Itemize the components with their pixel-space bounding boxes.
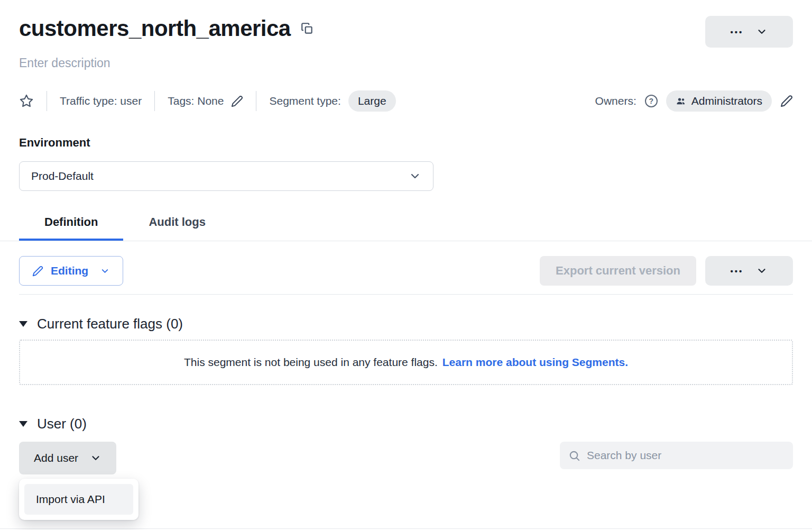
definition-more-button[interactable]: •••	[705, 256, 793, 286]
user-section-toggle[interactable]: User (0)	[19, 416, 793, 432]
segment-type-badge: Large	[348, 90, 396, 112]
page-header: customers_north_america •••	[19, 16, 793, 48]
user-controls: Add user Import via API	[19, 442, 793, 474]
add-user-wrap: Add user Import via API	[19, 442, 116, 474]
divider	[256, 91, 256, 111]
header-more-button[interactable]: •••	[705, 16, 793, 48]
copy-icon[interactable]	[300, 22, 314, 35]
chevron-down-icon	[409, 170, 421, 182]
edit-owners-pencil-icon[interactable]	[780, 95, 793, 107]
traffic-type: Traffic type: user	[60, 95, 142, 107]
segment-type: Segment type: Large	[269, 90, 395, 112]
title-group: customers_north_america	[19, 16, 314, 41]
tags-label: Tags: None	[168, 95, 224, 107]
editing-mode-button[interactable]: Editing	[19, 256, 123, 286]
environment-selected-value: Prod-Default	[31, 170, 94, 182]
search-icon	[568, 450, 580, 462]
segment-type-label: Segment type:	[269, 95, 340, 107]
menu-item-import-via-api[interactable]: Import via API	[24, 484, 133, 515]
editing-label: Editing	[51, 264, 88, 277]
owners-badge[interactable]: Administrators	[666, 90, 772, 112]
caret-down-icon	[19, 321, 27, 327]
section-divider	[19, 294, 793, 295]
search-by-user-input[interactable]	[587, 449, 785, 462]
owners-group: Owners: ? Administrators	[595, 90, 793, 112]
chevron-down-icon	[756, 265, 768, 277]
help-icon[interactable]: ?	[645, 95, 658, 107]
divider	[47, 91, 47, 111]
page-title: customers_north_america	[19, 16, 291, 41]
chevron-down-icon	[756, 26, 768, 38]
user-search-box	[560, 442, 793, 469]
description-placeholder[interactable]: Enter description	[19, 56, 793, 70]
empty-message: This segment is not being used in any fe…	[184, 356, 438, 369]
user-heading: User (0)	[37, 416, 87, 432]
owners-label: Owners:	[595, 95, 636, 107]
caret-down-icon	[19, 421, 27, 427]
chevron-down-icon	[90, 452, 102, 464]
people-icon	[676, 96, 686, 106]
bottom-divider	[0, 528, 812, 529]
ellipsis-icon: •••	[731, 267, 744, 276]
toolbar-right: Export current version •••	[540, 256, 793, 286]
tab-definition[interactable]: Definition	[19, 212, 123, 241]
owners-value: Administrators	[691, 95, 762, 107]
chevron-down-icon	[100, 266, 110, 276]
learn-more-link[interactable]: Learn more about using Segments.	[442, 356, 628, 369]
definition-toolbar: Editing Export current version •••	[19, 256, 793, 286]
meta-row: Traffic type: user Tags: None Segment ty…	[19, 89, 793, 113]
environment-label: Environment	[19, 136, 793, 150]
tab-audit-logs[interactable]: Audit logs	[123, 212, 231, 241]
feature-flags-empty-state: This segment is not being used in any fe…	[19, 340, 793, 385]
export-current-version-button[interactable]: Export current version	[540, 256, 696, 286]
pencil-icon	[32, 266, 43, 277]
divider	[154, 91, 155, 111]
segment-page: customers_north_america ••• Enter descri…	[0, 0, 812, 530]
add-user-button[interactable]: Add user	[19, 442, 116, 474]
ellipsis-icon: •••	[731, 28, 744, 36]
tab-bar: Definition Audit logs	[0, 212, 812, 241]
edit-tags-pencil-icon[interactable]	[231, 95, 243, 107]
feature-flags-section-toggle[interactable]: Current feature flags (0)	[19, 316, 793, 332]
favorite-star-icon[interactable]	[19, 94, 34, 108]
tags: Tags: None	[168, 95, 243, 107]
add-user-label: Add user	[34, 452, 78, 464]
environment-select[interactable]: Prod-Default	[19, 161, 433, 191]
feature-flags-heading: Current feature flags (0)	[37, 316, 183, 332]
add-user-dropdown-menu: Import via API	[19, 479, 139, 520]
